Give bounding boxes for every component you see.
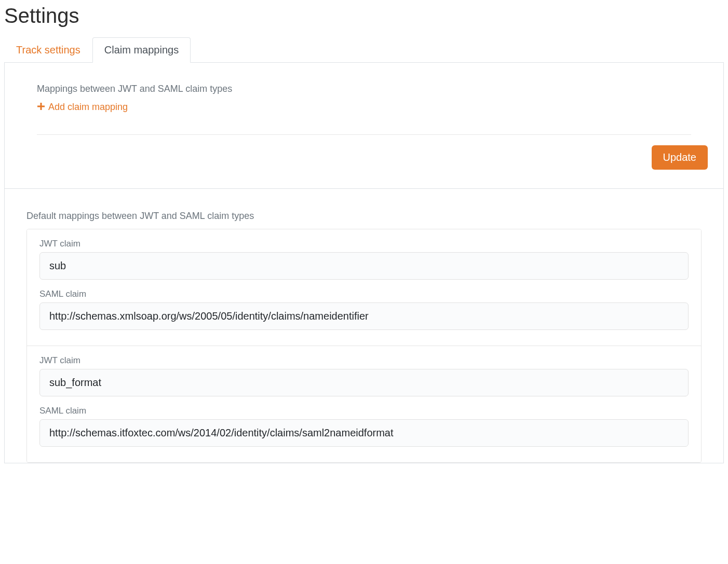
mappings-description: Mappings between JWT and SAML claim type… [37,84,691,94]
jwt-claim-input[interactable] [39,252,689,280]
default-mappings-description: Default mappings between JWT and SAML cl… [26,211,702,222]
saml-claim-label: SAML claim [39,406,689,416]
jwt-claim-label: JWT claim [39,239,689,249]
saml-claim-input[interactable] [39,419,689,447]
add-claim-mapping-label: Add claim mapping [48,102,128,113]
default-mapping-row: JWT claim SAML claim [27,229,701,346]
default-mapping-row: JWT claim SAML claim [27,346,701,462]
default-mappings-panel: Default mappings between JWT and SAML cl… [4,189,724,463]
saml-claim-label: SAML claim [39,289,689,299]
default-mapping-list: JWT claim SAML claim JWT claim SAML clai… [26,229,702,463]
claim-mappings-panel: Mappings between JWT and SAML claim type… [4,63,724,189]
update-button[interactable]: Update [652,145,708,170]
saml-claim-input[interactable] [39,302,689,330]
tab-track-settings[interactable]: Track settings [4,37,92,63]
jwt-claim-input[interactable] [39,369,689,396]
svg-rect-1 [37,106,45,107]
plus-icon [37,102,45,112]
page-title: Settings [4,4,724,27]
tabs: Track settings Claim mappings [4,37,724,63]
jwt-claim-label: JWT claim [39,355,689,366]
divider [37,134,691,135]
tab-claim-mappings[interactable]: Claim mappings [92,37,191,63]
add-claim-mapping-button[interactable]: Add claim mapping [37,102,128,113]
